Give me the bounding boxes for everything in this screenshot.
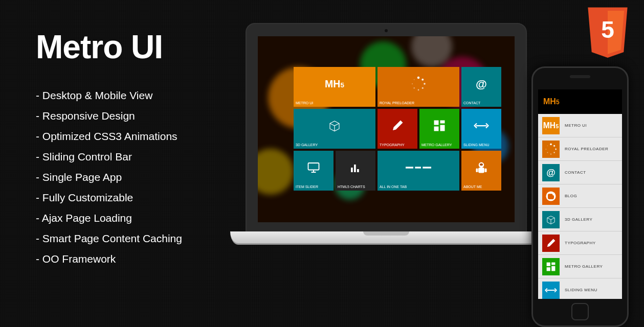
feature-item: - Desktop & Mobile View — [36, 85, 230, 106]
tile-all-in-one-tab[interactable]: ALL IN ONE TAB — [377, 151, 459, 191]
mobile-menu: MH5METRO UIROYAL PRELOADER@CONTACTBLOG3D… — [538, 114, 622, 299]
tile-label: ABOUT ME — [463, 185, 482, 189]
mobile-item-typography[interactable]: TYPOGRAPHY — [538, 231, 622, 255]
svg-rect-40 — [547, 267, 550, 271]
mobile-item-label: METRO UI — [565, 123, 587, 128]
arrows-icon — [474, 118, 489, 133]
at-icon: @ — [474, 76, 489, 91]
mobile-item-label: BLOG — [565, 194, 577, 198]
svg-rect-24 — [478, 168, 484, 173]
svg-text:@: @ — [546, 168, 556, 178]
tile-sliding-menu[interactable]: SLIDING MENU — [461, 109, 501, 149]
svg-rect-20 — [415, 167, 421, 168]
svg-point-27 — [550, 143, 552, 145]
svg-point-8 — [412, 83, 413, 84]
tile-html5-charts[interactable]: HTML5 CHARTS — [336, 151, 375, 191]
pencil-icon — [542, 235, 560, 252]
mobile-item-blog[interactable]: BLOG — [538, 184, 622, 208]
svg-point-3 — [421, 78, 424, 80]
grid-icon — [542, 258, 560, 275]
tile-label: SLIDING MENU — [463, 143, 490, 147]
mh5-icon: MH5 — [542, 117, 560, 134]
feature-item: - Smart Page Content Caching — [36, 228, 230, 249]
svg-point-23 — [480, 164, 483, 166]
svg-rect-11 — [434, 120, 439, 125]
laptop-base — [230, 231, 542, 245]
svg-point-5 — [422, 87, 424, 88]
logo-mh5: MH5 — [543, 97, 560, 106]
tile-label: 3D GALLERY — [296, 143, 318, 147]
tile-about-me[interactable]: ABOUT ME — [461, 151, 501, 191]
tile-item-slider[interactable]: ITEM SLIDER — [294, 151, 334, 191]
mobile-item-3d-gallery[interactable]: 3D GALLERY — [538, 208, 622, 231]
svg-point-33 — [546, 149, 547, 150]
cube-icon — [327, 118, 342, 133]
svg-point-32 — [547, 152, 548, 153]
svg-rect-14 — [434, 126, 439, 131]
astronaut-icon — [474, 160, 489, 175]
tile-contact[interactable]: @CONTACT — [461, 67, 501, 107]
laptop-frame: MH5METRO UIROYAL PRELOADER@CONTACT3D GAL… — [246, 23, 527, 232]
feature-list: - Desktop & Mobile View - Responsive Des… — [36, 85, 230, 269]
bars-icon — [348, 160, 363, 175]
svg-point-6 — [418, 89, 419, 90]
svg-point-2 — [417, 77, 420, 79]
mobile-item-label: METRO GALLERY — [565, 264, 603, 269]
feature-item: - Fully Customizable — [36, 188, 230, 208]
svg-rect-19 — [406, 167, 413, 168]
svg-rect-17 — [354, 165, 356, 172]
tile-grid: MH5METRO UIROYAL PRELOADER@CONTACT3D GAL… — [294, 67, 501, 191]
tile-label: TYPOGRAPHY — [380, 143, 405, 147]
svg-point-4 — [424, 83, 426, 85]
monitor-icon — [306, 160, 321, 175]
laptop-mockup: MH5METRO UIROYAL PRELOADER@CONTACT3D GAL… — [230, 23, 542, 278]
svg-rect-37 — [547, 262, 550, 266]
arrows-icon — [542, 282, 560, 299]
tile-metro-ui[interactable]: MH5METRO UI — [294, 67, 375, 107]
svg-point-29 — [555, 148, 557, 150]
tile-typography[interactable]: TYPOGRAPHY — [377, 109, 417, 149]
phone-screen: MH5 MH5METRO UIROYAL PRELOADER@CONTACTBL… — [538, 89, 622, 299]
mobile-item-metro-ui[interactable]: MH5METRO UI — [538, 114, 622, 137]
feature-item: - Sliding Control Bar — [36, 147, 230, 167]
feature-item: - Optimized CSS3 Animations — [36, 126, 230, 147]
tile-label: ITEM SLIDER — [296, 185, 318, 189]
svg-rect-39 — [551, 266, 555, 271]
svg-text:@: @ — [476, 77, 487, 90]
mobile-item-royal-preloader[interactable]: ROYAL PRELOADER — [538, 137, 622, 161]
svg-rect-16 — [351, 168, 353, 172]
mobile-item-sliding-menu[interactable]: SLIDING MENU — [538, 278, 622, 299]
mobile-item-metro-gallery[interactable]: METRO GALLERY — [538, 255, 622, 278]
mobile-item-contact[interactable]: @CONTACT — [538, 161, 622, 184]
svg-point-31 — [550, 153, 551, 154]
svg-point-30 — [553, 152, 555, 153]
mobile-item-label: 3D GALLERY — [565, 217, 592, 222]
mobile-item-label: CONTACT — [565, 170, 586, 175]
camera-icon — [385, 29, 388, 32]
svg-point-9 — [414, 79, 415, 80]
svg-point-28 — [553, 145, 555, 146]
html5-badge: 5 — [584, 5, 631, 61]
tile-metro-gallery[interactable]: METRO GALLERY — [419, 109, 459, 149]
pencil-icon — [390, 118, 405, 133]
tile-3d-gallery[interactable]: 3D GALLERY — [294, 109, 375, 149]
svg-rect-38 — [551, 262, 555, 265]
tile-label: ROYAL PRELOADER — [380, 101, 414, 105]
svg-rect-18 — [357, 169, 359, 172]
tile-label: ALL IN ONE TAB — [380, 185, 407, 189]
feature-item: - Responsive Design — [36, 106, 230, 126]
tile-label: CONTACT — [463, 101, 480, 105]
mobile-item-label: ROYAL PRELOADER — [565, 147, 608, 151]
main-title: Metro UI — [36, 28, 230, 66]
svg-rect-21 — [423, 167, 431, 168]
feature-item: - Ajax Page Loading — [36, 208, 230, 228]
tile-royal-preloader[interactable]: ROYAL PRELOADER — [377, 67, 459, 107]
feature-item: - OO Framework — [36, 249, 230, 269]
lines-icon — [406, 155, 431, 180]
at-icon: @ — [542, 164, 560, 181]
loader-icon — [542, 141, 560, 158]
tile-label: METRO GALLERY — [421, 143, 452, 147]
svg-point-7 — [413, 87, 415, 89]
svg-rect-15 — [308, 163, 319, 170]
cube-icon — [542, 211, 560, 228]
